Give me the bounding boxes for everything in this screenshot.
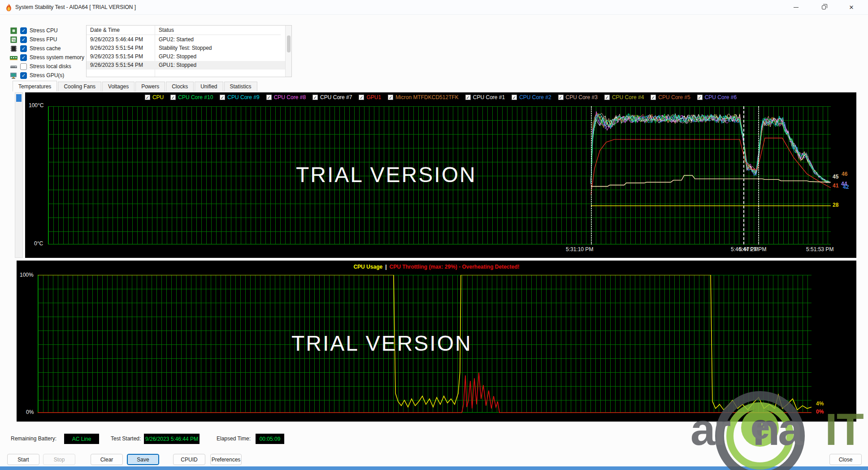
stress-option-stress-fpu[interactable]: %✓Stress FPU — [10, 35, 57, 44]
legend-checkbox[interactable]: ✓ — [465, 95, 471, 100]
elapsed-time-value: 00:05:09 — [256, 434, 284, 444]
memory-icon — [10, 54, 17, 61]
stress-checkbox[interactable]: ✓ — [20, 27, 27, 34]
legend-label: CPU Core #6 — [705, 94, 737, 100]
log-column-datetime: Date & Time — [87, 26, 155, 35]
legend-item-cpu-core-9[interactable]: ✓CPU Core #9 — [220, 94, 259, 100]
legend-checkbox[interactable]: ✓ — [558, 95, 564, 100]
stress-option-stress-local-disks[interactable]: ✓Stress local disks — [10, 62, 71, 71]
legend-item-cpu-core-3[interactable]: ✓CPU Core #3 — [558, 94, 598, 100]
legend-checkbox[interactable]: ✓ — [266, 95, 272, 100]
legend-checkbox[interactable]: ✓ — [359, 95, 364, 100]
legend-item-cpu-core-4[interactable]: ✓CPU Core #4 — [604, 94, 644, 100]
legend-label: CPU Core #2 — [519, 94, 551, 100]
tab-clocks[interactable]: Clocks — [166, 82, 194, 91]
scrollbar-thumb[interactable] — [287, 35, 291, 52]
stress-checkbox[interactable]: ✓ — [20, 63, 27, 70]
legend-checkbox[interactable]: ✓ — [220, 95, 225, 100]
log-cell-datetime: 9/26/2023 5:46:44 PM — [87, 35, 155, 44]
legend-checkbox[interactable]: ✓ — [388, 95, 393, 100]
legend-item-cpu-core-6[interactable]: ✓CPU Core #6 — [697, 94, 737, 100]
legend-item-cpu-core-1[interactable]: ✓CPU Core #1 — [465, 94, 505, 100]
legend-label: CPU Core #3 — [566, 94, 598, 100]
scrollbar-thumb[interactable] — [16, 94, 22, 102]
cpuid-button[interactable]: CPUID — [173, 454, 205, 465]
usage-title-cpu: CPU Usage — [353, 264, 382, 270]
log-cell-status: GPU1: Stopped — [155, 61, 281, 70]
temp-chart-scrollbar[interactable] — [15, 92, 23, 258]
fpu-icon: % — [10, 36, 17, 43]
legend-label: CPU Core #5 — [658, 94, 690, 100]
stress-option-label: Stress CPU — [30, 27, 58, 34]
tab-cooling-fans[interactable]: Cooling Fans — [58, 82, 101, 91]
time-marker-line — [591, 106, 592, 244]
legend-label: CPU Core #8 — [274, 94, 306, 100]
start-button[interactable]: Start — [7, 454, 39, 465]
legend-item-gpu1[interactable]: ✓GPU1 — [359, 94, 381, 100]
legend-label: CPU Core #7 — [320, 94, 352, 100]
tab-temperatures[interactable]: Temperatures — [13, 81, 57, 91]
tab-voltages[interactable]: Voltages — [102, 82, 135, 91]
stress-option-stress-cache[interactable]: ✓Stress cache — [10, 44, 61, 53]
log-row[interactable]: 9/26/2023 5:51:54 PMGPU2: Stopped — [87, 52, 285, 61]
test-started-label: Test Started: — [111, 435, 141, 442]
stress-checkbox[interactable]: ✓ — [20, 54, 27, 61]
legend-checkbox[interactable]: ✓ — [651, 95, 656, 100]
preferences-button[interactable]: Preferences — [210, 454, 242, 465]
close-window-button[interactable]: ✕ — [841, 0, 862, 15]
time-marker-line — [758, 106, 759, 244]
legend-label: CPU Core #10 — [178, 94, 213, 100]
legend-checkbox[interactable]: ✓ — [170, 95, 176, 100]
stress-option-label: Stress cache — [30, 45, 61, 52]
stop-button[interactable]: Stop — [43, 454, 75, 465]
legend-item-cpu-core-5[interactable]: ✓CPU Core #5 — [651, 94, 690, 100]
log-row[interactable]: 9/26/2023 5:51:54 PMStability Test: Stop… — [87, 44, 285, 52]
legend-item-cpu-core-2[interactable]: ✓CPU Core #2 — [512, 94, 551, 100]
close-button[interactable]: Close — [829, 454, 862, 465]
stress-option-stress-cpu[interactable]: ✓Stress CPU — [10, 26, 58, 35]
battery-value: AC Line — [64, 434, 99, 444]
stress-checkbox[interactable]: ✓ — [20, 72, 27, 79]
disk-icon — [10, 63, 17, 70]
log-row[interactable]: 9/26/2023 5:46:44 PMGPU2: Started — [87, 35, 285, 44]
close-icon: ✕ — [849, 4, 854, 11]
current-value-label: 0% — [816, 409, 824, 415]
legend-label: Micron MTFDKCD512TFK — [395, 94, 459, 100]
legend-checkbox[interactable]: ✓ — [697, 95, 703, 100]
usage-title-separator: | — [382, 264, 389, 270]
legend-item-micron-mtfdkcd512tfk[interactable]: ✓Micron MTFDKCD512TFK — [388, 94, 459, 100]
stress-checkbox[interactable]: ✓ — [20, 36, 27, 43]
stress-option-label: Stress local disks — [30, 63, 71, 70]
tab-statistics[interactable]: Statistics — [224, 82, 257, 91]
legend-checkbox[interactable]: ✓ — [512, 95, 517, 100]
log-table-scrollbar[interactable] — [285, 26, 291, 77]
legend-checkbox[interactable]: ✓ — [312, 95, 318, 100]
stress-option-stress-gpu-s-[interactable]: ✓Stress GPU(s) — [10, 71, 64, 80]
time-marker-line — [743, 106, 744, 244]
tab-powers[interactable]: Powers — [135, 82, 165, 91]
legend-item-cpu-core-8[interactable]: ✓CPU Core #8 — [266, 94, 306, 100]
time-axis-label: 5:47:27 PM — [739, 246, 766, 252]
legend-item-cpu[interactable]: ✓CPU — [145, 94, 164, 100]
stress-option-stress-system-memory[interactable]: ✓Stress system memory — [10, 53, 84, 62]
elapsed-time-label: Elapsed Time: — [217, 435, 251, 442]
minimize-button[interactable] — [786, 0, 806, 15]
log-column-status: Status — [155, 26, 281, 35]
tab-unified[interactable]: Unified — [195, 82, 223, 91]
log-cell-status: GPU2: Stopped — [155, 52, 281, 61]
stress-checkbox[interactable]: ✓ — [20, 45, 27, 52]
save-button[interactable]: Save — [127, 454, 159, 465]
current-value-label: 41 — [833, 183, 838, 189]
clear-button[interactable]: Clear — [91, 454, 123, 465]
legend-checkbox[interactable]: ✓ — [145, 95, 150, 100]
restore-button[interactable] — [813, 0, 834, 15]
log-row[interactable]: 9/26/2023 5:51:54 PMGPU1: Stopped — [87, 61, 285, 70]
svg-text:%: % — [12, 38, 16, 42]
stress-option-label: Stress GPU(s) — [30, 72, 64, 78]
legend-item-cpu-core-7[interactable]: ✓CPU Core #7 — [312, 94, 352, 100]
log-cell-datetime: 9/26/2023 5:51:54 PM — [87, 52, 155, 61]
legend-item-cpu-core-10[interactable]: ✓CPU Core #10 — [170, 94, 213, 100]
temp-y-max-label: 100°C — [29, 102, 44, 109]
legend-checkbox[interactable]: ✓ — [604, 95, 610, 100]
time-axis-label: 5:31:10 PM — [566, 246, 593, 252]
